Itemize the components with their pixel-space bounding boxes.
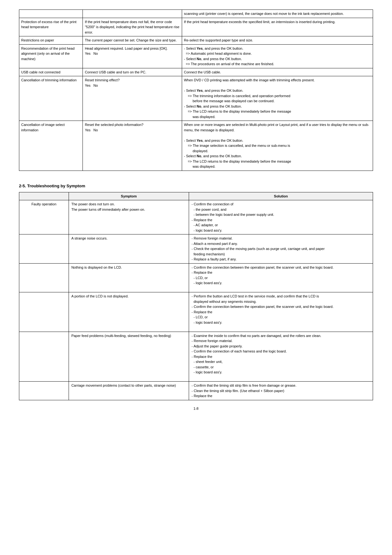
cell-col3: scanning unit (printer cover) is opened,…	[182, 10, 373, 18]
cell-col1: Protection of excess rise of the print h…	[19, 18, 83, 36]
header-symptom: Symptom	[69, 192, 189, 200]
cell-col2: Connect USB cable and turn on the PC.	[83, 68, 182, 76]
header-empty	[19, 192, 69, 200]
header-solution: Solution	[189, 192, 373, 200]
cell-category-empty5	[19, 382, 69, 400]
cell-col3: Connect the USB cable.	[182, 68, 373, 76]
table-row-lcd: Nothing is displayed on the LCD. - Confi…	[19, 263, 373, 292]
cell-symptom-carriage: Carriage movement problems (contact to o…	[69, 382, 189, 400]
cell-solution-paper: - Examine the inside to confirm that no …	[189, 332, 373, 382]
cell-solution-power: - Confirm the connection of - the power …	[189, 200, 373, 234]
cell-col3: - Select Yes, and press the OK button. =…	[182, 44, 373, 68]
table-row: USB cable not connected Connect USB cabl…	[19, 68, 373, 76]
cell-category-empty4	[19, 332, 69, 382]
table-row-image-select: Cancellation of image select information…	[19, 121, 373, 171]
page-number: 1-8	[19, 407, 373, 410]
cell-solution-lcd: - Confirm the connection between the ope…	[189, 263, 373, 292]
cell-symptom-lcd: Nothing is displayed on the LCD.	[69, 263, 189, 292]
table-row-noise: A strange noise occurs. - Remove foreign…	[19, 234, 373, 264]
cell-col2: Head alignment required. Load paper and …	[83, 44, 182, 68]
cell-category-empty1	[19, 234, 69, 264]
cell-category-empty3	[19, 292, 69, 332]
cell-col1: Recommendation of the print head alignme…	[19, 44, 83, 68]
table-row: Restrictions on paper The current paper …	[19, 36, 373, 45]
cell-trimming-solution: When DVD / CD printing was attempted wit…	[182, 76, 373, 121]
troubleshoot-table: Symptom Solution Faulty operation The po…	[19, 192, 373, 400]
cell-category-faulty: Faulty operation	[19, 200, 69, 234]
table-header-row: Symptom Solution	[19, 192, 373, 200]
cell-col3: Re-select the supported paper type and s…	[182, 36, 373, 45]
cell-col1: Restrictions on paper	[19, 36, 83, 45]
section-title: 2-5. Troubleshooting by Symptom	[19, 184, 373, 188]
table-row-trimming: Cancellation of trimming information Res…	[19, 76, 373, 121]
cell-col1	[19, 10, 83, 18]
table-row-carriage: Carriage movement problems (contact to o…	[19, 382, 373, 400]
cell-trimming-label: Cancellation of trimming information	[19, 76, 83, 121]
cell-solution-lcd-partial: - Perform the button and LCD test in the…	[189, 292, 373, 332]
table-row: Recommendation of the print head alignme…	[19, 44, 373, 68]
table-row: scanning unit (printer cover) is opened,…	[19, 10, 373, 18]
table-row-paper-feed: Paper feed problems (multi-feeding, skew…	[19, 332, 373, 382]
cell-col2: The current paper cannot be set. Change …	[83, 36, 182, 45]
error-messages-table: scanning unit (printer cover) is opened,…	[19, 9, 373, 171]
cell-symptom-paper: Paper feed problems (multi-feeding, skew…	[69, 332, 189, 382]
cell-solution-noise: - Remove foreign material. - Attach a re…	[189, 234, 373, 264]
cell-col2: If the print head temperature does not f…	[83, 18, 182, 36]
cell-solution-carriage: - Confirm that the timing slit strip fil…	[189, 382, 373, 400]
cell-symptom-lcd-partial: A portion of the LCD is not displayed.	[69, 292, 189, 332]
table-row-faulty-op: Faulty operation The power does not turn…	[19, 200, 373, 234]
cell-col2	[83, 10, 182, 18]
cell-trimming-prompt: Reset trimming effect? Yes No	[83, 76, 182, 121]
cell-col3: If the print head temperature exceeds th…	[182, 18, 373, 36]
cell-imageselect-label: Cancellation of image select information	[19, 121, 83, 171]
cell-category-empty2	[19, 263, 69, 292]
table-row: Protection of excess rise of the print h…	[19, 18, 373, 36]
cell-symptom-noise: A strange noise occurs.	[69, 234, 189, 264]
cell-symptom-power: The power does not turn on. The power tu…	[69, 200, 189, 234]
cell-imageselect-solution: When one or more images are selected in …	[182, 121, 373, 171]
cell-col1: USB cable not connected	[19, 68, 83, 76]
table-row-lcd-partial: A portion of the LCD is not displayed. -…	[19, 292, 373, 332]
cell-imageselect-prompt: Reset the selected photo information? Ye…	[83, 121, 182, 171]
